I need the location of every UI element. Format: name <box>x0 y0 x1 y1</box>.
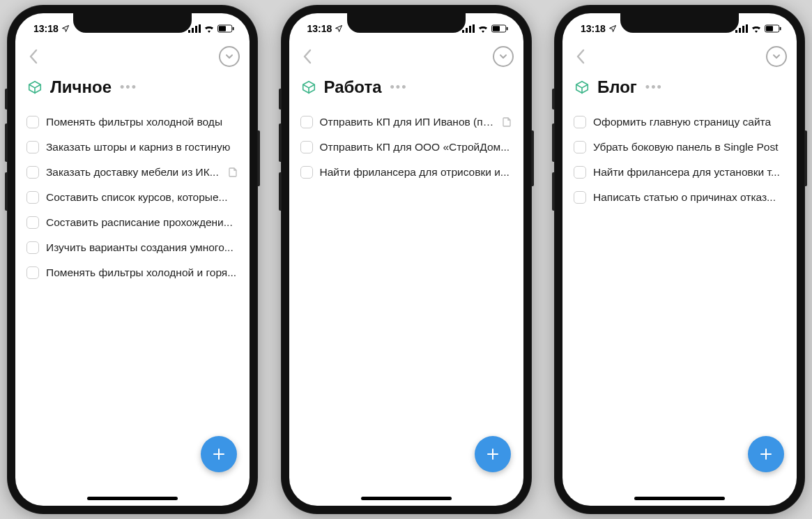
task-list: Поменять фильтры холодной воды Заказать … <box>15 110 250 285</box>
task-label: Найти фрилансера для отрисовки и... <box>320 166 512 179</box>
screen: 13:18 Личное ••• Поменять <box>15 13 250 506</box>
notch <box>73 13 192 33</box>
nav-bar <box>15 44 250 69</box>
task-row[interactable]: Найти фрилансера для отрисовки и... <box>300 160 512 185</box>
task-row[interactable]: Поменять фильтры холодной воды <box>26 110 238 135</box>
task-list: Оформить главную страницу сайта Убрать б… <box>562 110 797 210</box>
screen: 13:18 Блог ••• Оформить гл <box>562 13 797 506</box>
nav-bar <box>562 44 797 69</box>
svg-rect-6 <box>233 27 234 31</box>
phone-frame: 13:18 Личное ••• Поменять <box>7 5 258 514</box>
status-time: 13:18 <box>581 23 606 34</box>
home-indicator[interactable] <box>87 497 178 500</box>
list-title: Личное <box>50 77 112 97</box>
note-icon <box>503 117 512 127</box>
add-task-button[interactable] <box>748 436 784 472</box>
task-label: Составить список курсов, которые... <box>46 191 238 204</box>
box-icon <box>300 79 317 96</box>
status-time: 13:18 <box>33 23 59 34</box>
task-row[interactable]: Написать статью о причинах отказ... <box>574 185 786 210</box>
task-row[interactable]: Оформить главную страницу сайта <box>574 110 786 135</box>
wifi-icon <box>751 24 762 33</box>
battery-icon <box>217 24 234 33</box>
task-label: Оформить главную страницу сайта <box>593 116 786 128</box>
svg-rect-15 <box>506 27 507 31</box>
task-checkbox[interactable] <box>26 116 39 128</box>
expand-button[interactable] <box>219 46 240 67</box>
task-row[interactable]: Составить список курсов, которые... <box>26 185 238 210</box>
note-icon <box>229 167 238 177</box>
task-row[interactable]: Составить расписание прохождени... <box>26 210 238 235</box>
task-checkbox[interactable] <box>574 191 586 204</box>
more-button[interactable]: ••• <box>120 80 137 95</box>
svg-rect-21 <box>746 24 748 33</box>
task-checkbox[interactable] <box>300 166 313 179</box>
expand-button[interactable] <box>493 46 514 67</box>
location-icon <box>608 24 617 33</box>
status-time: 13:18 <box>307 23 332 34</box>
task-label: Составить расписание прохождени... <box>46 216 238 229</box>
notch <box>620 13 739 33</box>
box-icon <box>26 79 43 96</box>
task-row[interactable]: Убрать боковую панель в Single Post <box>574 135 786 160</box>
task-label: Написать статью о причинах отказ... <box>593 191 786 204</box>
location-icon <box>335 24 343 33</box>
task-row[interactable]: Заказать доставку мебели из ИК... <box>26 160 238 185</box>
home-indicator[interactable] <box>634 497 725 500</box>
location-icon <box>61 24 70 33</box>
screen: 13:18 Работа ••• Отправить <box>289 13 523 506</box>
task-label: Отправить КП для ИП Иванов (по... <box>320 116 496 128</box>
list-header: Личное ••• <box>15 69 250 110</box>
task-checkbox[interactable] <box>26 191 39 204</box>
task-checkbox[interactable] <box>574 116 586 128</box>
task-row[interactable]: Заказать шторы и карниз в гостиную <box>26 135 238 160</box>
list-header: Блог ••• <box>562 69 797 110</box>
box-icon <box>574 79 590 96</box>
home-indicator[interactable] <box>361 497 452 500</box>
svg-rect-24 <box>780 27 781 31</box>
task-label: Изучить варианты создания умного... <box>46 241 238 254</box>
task-row[interactable]: Отправить КП для ИП Иванов (по... <box>300 110 512 135</box>
task-row[interactable]: Изучить варианты создания умного... <box>26 235 238 260</box>
add-task-button[interactable] <box>201 436 237 472</box>
svg-rect-19 <box>739 28 741 33</box>
back-button[interactable] <box>572 48 589 65</box>
battery-icon <box>765 24 781 33</box>
task-checkbox[interactable] <box>26 216 39 229</box>
expand-button[interactable] <box>766 46 787 67</box>
task-row[interactable]: Поменять фильтры холодной и горя... <box>26 260 238 285</box>
svg-rect-0 <box>188 30 190 33</box>
task-checkbox[interactable] <box>300 116 313 128</box>
svg-rect-9 <box>462 30 464 33</box>
battery-icon <box>491 24 508 33</box>
wifi-icon <box>477 24 489 33</box>
svg-rect-14 <box>492 26 499 31</box>
task-label: Найти фрилансера для установки т... <box>593 166 786 179</box>
task-checkbox[interactable] <box>300 141 313 153</box>
task-checkbox[interactable] <box>574 166 586 179</box>
task-checkbox[interactable] <box>26 241 39 254</box>
add-task-button[interactable] <box>475 436 511 472</box>
task-label: Заказать доставку мебели из ИК... <box>46 166 222 179</box>
svg-rect-18 <box>735 30 737 33</box>
task-row[interactable]: Отправить КП для ООО «СтройДом... <box>300 135 512 160</box>
more-button[interactable]: ••• <box>390 80 408 95</box>
list-title: Работа <box>324 77 382 97</box>
notch <box>347 13 466 33</box>
task-row[interactable]: Найти фрилансера для установки т... <box>574 160 786 185</box>
list-title: Блог <box>597 77 637 97</box>
task-label: Отправить КП для ООО «СтройДом... <box>320 141 512 153</box>
back-button[interactable] <box>25 48 42 65</box>
more-button[interactable]: ••• <box>645 80 663 95</box>
task-checkbox[interactable] <box>26 266 39 279</box>
svg-rect-23 <box>766 26 773 31</box>
svg-rect-12 <box>473 24 475 33</box>
list-header: Работа ••• <box>289 69 523 110</box>
back-button[interactable] <box>299 48 316 65</box>
task-label: Заказать шторы и карниз в гостиную <box>46 141 238 153</box>
task-checkbox[interactable] <box>26 141 39 153</box>
task-checkbox[interactable] <box>574 141 586 153</box>
svg-rect-2 <box>195 26 197 33</box>
task-checkbox[interactable] <box>26 166 39 179</box>
phone-frame: 13:18 Работа ••• Отправить <box>281 5 532 514</box>
